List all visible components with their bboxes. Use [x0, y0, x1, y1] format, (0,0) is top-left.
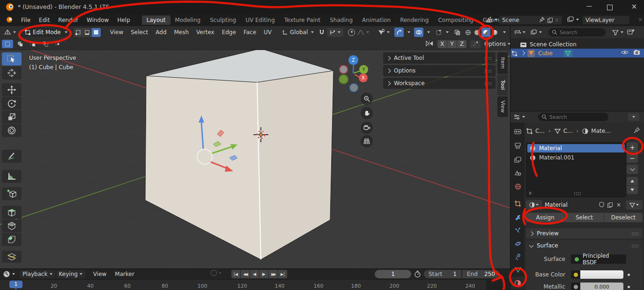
- tool-loop-cut[interactable]: [2, 251, 22, 263]
- fake-user-shield-icon[interactable]: [599, 202, 604, 209]
- viewport-camera-button[interactable]: [361, 122, 373, 134]
- tab-object-data[interactable]: [511, 264, 524, 276]
- xray-toggle-button[interactable]: [452, 28, 462, 37]
- tab-scene[interactable]: [511, 167, 524, 179]
- tab-physics[interactable]: [511, 238, 524, 250]
- material-name-field[interactable]: Material: [542, 200, 614, 210]
- properties-editor-type-dropdown[interactable]: [513, 114, 525, 120]
- view-layer-field[interactable]: ViewLayer: [583, 16, 629, 24]
- jump-to-end-button[interactable]: ▶|: [278, 270, 287, 278]
- sidebar-tab-tool[interactable]: Tool: [497, 75, 508, 95]
- material-specials-button[interactable]: [627, 165, 638, 174]
- show-overlays-button[interactable]: [414, 28, 423, 37]
- proportional-falloff-dropdown[interactable]: [357, 29, 369, 36]
- gizmo-axis-y-neg[interactable]: [339, 74, 348, 84]
- new-collection-button[interactable]: [627, 29, 635, 36]
- tab-render[interactable]: [511, 125, 524, 138]
- prev-keyframe-button[interactable]: ◀◀: [241, 270, 250, 278]
- tool-bevel[interactable]: [2, 233, 22, 246]
- gizmo-axis-z-neg[interactable]: [349, 83, 358, 92]
- shader-button[interactable]: Principled BSDF: [571, 254, 626, 264]
- breadcrumb-data[interactable]: C...: [563, 128, 573, 134]
- select-button[interactable]: Select: [565, 213, 603, 222]
- hide-viewport-eye-icon[interactable]: [621, 50, 629, 57]
- outliner-row-scene-collection[interactable]: Scene Collection: [511, 40, 644, 49]
- tool-select-box[interactable]: [2, 52, 22, 65]
- select-mode-invert-button[interactable]: [40, 40, 51, 48]
- next-keyframe-button[interactable]: ▶▶: [269, 270, 278, 278]
- preview-panel-header[interactable]: Preview: [526, 228, 643, 239]
- vertex-select-button[interactable]: [74, 28, 83, 37]
- timeline-marker-menu[interactable]: Marker: [111, 271, 138, 277]
- playback-menu[interactable]: Playback: [20, 270, 55, 278]
- tool-scale[interactable]: [2, 110, 22, 123]
- tab-modifiers[interactable]: [511, 211, 524, 224]
- start-frame-field[interactable]: Start 1: [424, 270, 461, 278]
- tab-layout[interactable]: Layout: [142, 15, 170, 25]
- tab-world[interactable]: [511, 181, 524, 193]
- breadcrumb-pin-icon[interactable]: [634, 127, 640, 135]
- tab-texture-paint[interactable]: Texture Paint: [280, 15, 325, 25]
- sidebar-tab-item[interactable]: Item: [497, 52, 508, 74]
- tab-animation[interactable]: Animation: [357, 15, 395, 25]
- keying-menu[interactable]: Keying: [56, 270, 85, 278]
- tab-view-layer[interactable]: [511, 153, 524, 166]
- app-menu-icon[interactable]: [6, 16, 13, 24]
- end-frame-field[interactable]: End 250: [462, 270, 500, 278]
- close-button[interactable]: ×: [628, 2, 641, 11]
- proportional-edit-button[interactable]: [348, 29, 355, 36]
- jump-to-start-button[interactable]: |◀: [231, 270, 240, 278]
- breadcrumb-object[interactable]: C...: [535, 128, 545, 134]
- tab-uv-editing[interactable]: UV Editing: [241, 15, 280, 25]
- gizmo-axis-y[interactable]: Y: [359, 65, 368, 74]
- current-frame-field[interactable]: 1: [375, 270, 411, 278]
- select-mode-extend-button[interactable]: [15, 40, 26, 48]
- tool-cursor[interactable]: [2, 66, 22, 80]
- metallic-slider[interactable]: 0.000: [580, 283, 623, 290]
- menu-mesh[interactable]: Mesh: [170, 29, 193, 36]
- new-scene-copy-icon[interactable]: [548, 18, 552, 22]
- deselect-button[interactable]: Deselect: [604, 213, 643, 222]
- menu-uv[interactable]: UV: [260, 29, 275, 36]
- timeline-editor-type-dropdown[interactable]: [3, 270, 15, 278]
- tool-inset-faces[interactable]: [2, 219, 22, 232]
- assign-button[interactable]: Assign: [526, 213, 564, 222]
- tool-rotate[interactable]: [2, 97, 22, 110]
- remove-material-slot-button[interactable]: −: [627, 153, 638, 163]
- tab-particles[interactable]: [511, 225, 524, 237]
- tool-annotate[interactable]: [2, 150, 22, 163]
- mirror-z-button[interactable]: Z: [457, 40, 466, 48]
- mirror-y-button[interactable]: Y: [447, 40, 457, 48]
- metallic-socket-button[interactable]: [571, 283, 580, 290]
- timeline-view-menu[interactable]: View: [89, 271, 111, 277]
- breadcrumb-material[interactable]: Mate...: [591, 128, 610, 134]
- sidebar-tab-view[interactable]: View: [497, 96, 508, 117]
- sidebar-panel-active-tool[interactable]: Active Tool: [383, 52, 496, 64]
- tool-transform[interactable]: [2, 124, 22, 137]
- outliner-search[interactable]: [548, 28, 606, 36]
- tab-shading[interactable]: Shading: [325, 15, 357, 25]
- browse-material-button[interactable]: [526, 200, 542, 210]
- maximize-button[interactable]: [607, 5, 613, 10]
- outliner-display-mode-dropdown[interactable]: [514, 29, 526, 36]
- unlink-material-button[interactable]: ×: [614, 200, 623, 210]
- menu-render[interactable]: Render: [54, 17, 82, 23]
- gizmo-axis-x-neg[interactable]: [339, 65, 348, 74]
- menu-window[interactable]: Window: [82, 17, 113, 23]
- edge-select-button[interactable]: [83, 28, 92, 37]
- select-mode-set-button[interactable]: [2, 40, 13, 48]
- metallic-animate-dot[interactable]: [628, 286, 630, 288]
- snap-individual-button[interactable]: [470, 40, 481, 48]
- shading-rendered-button[interactable]: [490, 28, 499, 37]
- tab-modeling[interactable]: Modeling: [170, 15, 206, 25]
- outliner-row-cube[interactable]: Cube: [511, 49, 644, 58]
- tab-rendering[interactable]: Rendering: [395, 15, 433, 25]
- tab-output[interactable]: [511, 139, 524, 152]
- link-material-dropdown[interactable]: [626, 200, 643, 210]
- tab-sculpting[interactable]: Sculpting: [205, 15, 241, 25]
- play-reverse-button[interactable]: ◀: [250, 270, 259, 278]
- gizmo-axis-z[interactable]: Z: [348, 55, 358, 65]
- menu-edit[interactable]: Edit: [35, 17, 54, 23]
- tool-measure[interactable]: [2, 170, 22, 183]
- editor-type-button[interactable]: [4, 29, 16, 36]
